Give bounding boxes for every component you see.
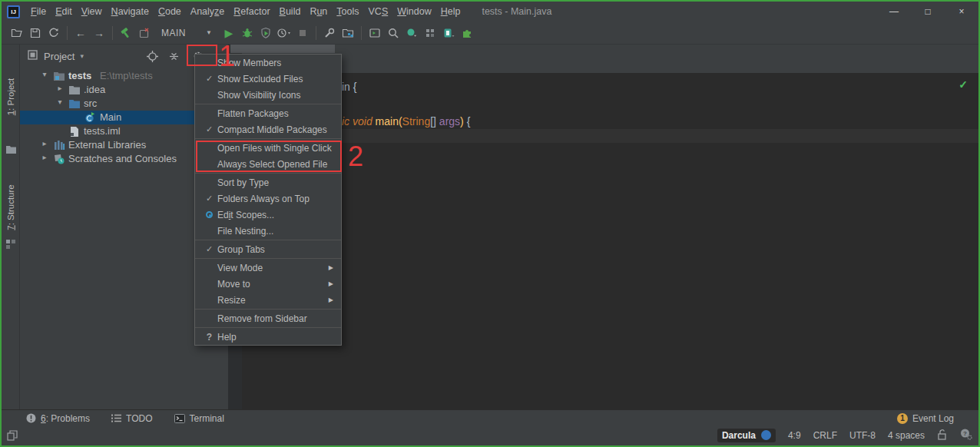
toolwindow-terminal[interactable]: Terminal xyxy=(174,413,224,424)
back-icon[interactable]: ← xyxy=(71,24,90,42)
stop-icon[interactable] xyxy=(293,24,312,42)
toolbar-separator xyxy=(316,26,316,40)
menu-run[interactable]: Run xyxy=(305,2,332,22)
problems-icon xyxy=(26,413,36,423)
menu-view[interactable]: View xyxy=(77,2,107,22)
toolwindow-switcher-icon[interactable] xyxy=(6,429,18,442)
editor-area[interactable]: in { ic void main(String[] args) { ✓ xyxy=(242,45,978,409)
menu-item-show-visibility-icons[interactable]: Show Visibility Icons xyxy=(195,87,341,103)
debug-icon[interactable] xyxy=(238,24,257,42)
folder-icon xyxy=(69,84,80,95)
chevron-right-icon[interactable]: ▸ xyxy=(55,84,65,92)
plugin-puzzle-icon[interactable] xyxy=(458,24,476,42)
menu-item-remove-from-sidebar[interactable]: Remove from Sidebar xyxy=(195,310,341,326)
menu-window[interactable]: Window xyxy=(392,2,435,22)
chevron-down-icon[interactable]: ▾ xyxy=(55,98,65,106)
menu-code[interactable]: Code xyxy=(154,2,186,22)
todo-label: TODO xyxy=(126,413,152,424)
java-class-icon xyxy=(84,112,95,123)
toolwindow-tab-icon xyxy=(28,49,38,63)
code-line: ic void main(String[] args) { xyxy=(342,114,470,128)
app-logo-icon: IJ xyxy=(7,5,20,18)
close-button[interactable]: × xyxy=(945,2,978,22)
forward-icon[interactable]: → xyxy=(90,24,108,42)
stripe-button-project[interactable]: 1: Project xyxy=(2,51,20,166)
menu-help[interactable]: Help xyxy=(436,2,465,22)
run-config-error-icon[interactable] xyxy=(135,24,154,42)
sync-icon[interactable] xyxy=(45,24,63,42)
submenu-arrow-icon: ▶ xyxy=(329,296,333,303)
project-panel-title[interactable]: Project xyxy=(44,51,74,62)
build-hammer-icon[interactable] xyxy=(117,24,135,42)
status-bar: Darcula 4:9 CRLF UTF-8 4 spaces ? xyxy=(2,426,978,444)
profiler-icon[interactable] xyxy=(275,24,293,42)
popup-top-artifact xyxy=(230,45,335,53)
submenu-arrow-icon: ▶ xyxy=(329,264,333,271)
menu-item-flatten-packages[interactable]: Flatten Packages xyxy=(195,105,341,121)
run-with-coverage-icon[interactable] xyxy=(257,24,275,42)
save-icon[interactable] xyxy=(26,24,45,42)
menu-item-resize[interactable]: Resize▶ xyxy=(195,292,341,308)
menu-item-view-mode[interactable]: View Mode▶ xyxy=(195,260,341,276)
status-indicator-icon[interactable] xyxy=(402,24,421,42)
menu-build[interactable]: Build xyxy=(275,2,306,22)
annotation-label-1: 1 xyxy=(219,41,235,71)
inspections-ok-icon[interactable]: ✓ xyxy=(958,78,968,91)
run-icon[interactable]: ▶ xyxy=(220,24,238,42)
tree-label: External Libraries xyxy=(68,139,146,151)
menu-item-folders-always-on-top[interactable]: ✓Folders Always on Top xyxy=(195,190,341,207)
chevron-right-icon[interactable]: ▸ xyxy=(40,139,49,147)
event-log-button[interactable]: 1 Event Log xyxy=(897,413,954,424)
indent-widget[interactable]: 4 spaces xyxy=(888,430,925,441)
menu-navigate[interactable]: Navigate xyxy=(107,2,154,22)
menu-vcs[interactable]: VCS xyxy=(364,2,393,22)
menu-item-show-excluded-files[interactable]: ✓Show Excluded Files xyxy=(195,71,341,87)
sdk-blocks-icon[interactable] xyxy=(421,24,439,42)
project-options-context-menu: Show Members ✓Show Excluded Files Show V… xyxy=(194,54,342,346)
editor-body[interactable]: in { ic void main(String[] args) { ✓ xyxy=(242,74,978,409)
toolwindow-problems[interactable]: 6: Problems xyxy=(26,413,90,424)
menu-item-file-nesting[interactable]: File Nesting... xyxy=(195,223,341,239)
code-analysis-icon[interactable]: ? xyxy=(959,428,972,442)
caret-position-widget[interactable]: 4:9 xyxy=(788,430,801,441)
wrench-icon[interactable] xyxy=(320,24,339,42)
locate-target-icon[interactable] xyxy=(146,50,158,62)
open-icon[interactable] xyxy=(8,24,26,42)
run-configuration-select[interactable]: MAIN ▼ xyxy=(154,28,220,38)
line-ending-widget[interactable]: CRLF xyxy=(813,430,837,441)
project-structure-icon[interactable] xyxy=(339,24,357,42)
chevron-right-icon[interactable]: ▸ xyxy=(40,153,49,161)
theme-indicator[interactable]: Darcula xyxy=(717,429,776,442)
menu-item-help[interactable]: ?Help xyxy=(195,329,341,345)
unlock-icon[interactable] xyxy=(937,429,947,442)
menu-analyze[interactable]: Analyze xyxy=(186,2,229,22)
encoding-widget[interactable]: UTF-8 xyxy=(849,430,876,441)
stripe-button-structure[interactable]: 7: Structure xyxy=(2,177,20,253)
run-anything-icon[interactable] xyxy=(366,24,384,42)
bottom-toolwindow-bar: 6: Problems TODO Terminal 1 Event Log xyxy=(2,409,978,426)
menu-file[interactable]: File xyxy=(26,2,51,22)
menu-item-sort-by-type[interactable]: Sort by Type xyxy=(195,174,341,190)
chevron-down-icon[interactable]: ▾ xyxy=(40,70,49,78)
problems-label: 6: Problems xyxy=(41,413,90,424)
menu-tools[interactable]: Tools xyxy=(332,2,363,22)
maximize-button[interactable]: □ xyxy=(911,2,945,22)
terminal-icon xyxy=(174,414,185,423)
menu-edit[interactable]: Edit xyxy=(51,2,77,22)
database-tool-icon[interactable] xyxy=(439,24,458,42)
run-configuration-name: MAIN xyxy=(161,28,186,38)
menu-refactor[interactable]: Refactor xyxy=(229,2,274,22)
menu-item-move-to[interactable]: Move to▶ xyxy=(195,276,341,292)
menu-item-compact-middle-packages[interactable]: ✓Compact Middle Packages xyxy=(195,121,341,137)
menu-item-edit-scopes[interactable]: Edit Scopes... xyxy=(195,207,341,223)
minimize-button[interactable]: — xyxy=(877,2,911,22)
tree-path: E:\tmp\tests xyxy=(100,70,153,82)
toolwindow-todo[interactable]: TODO xyxy=(111,413,152,424)
menu-item-group-tabs[interactable]: ✓Group Tabs xyxy=(195,241,341,257)
project-folder-icon xyxy=(6,143,16,157)
chevron-down-icon[interactable]: ▾ xyxy=(80,52,84,60)
tree-label: src xyxy=(84,98,97,110)
search-icon[interactable] xyxy=(384,24,402,42)
chevron-down-icon: ▼ xyxy=(206,29,212,36)
collapse-all-icon[interactable] xyxy=(167,50,180,62)
